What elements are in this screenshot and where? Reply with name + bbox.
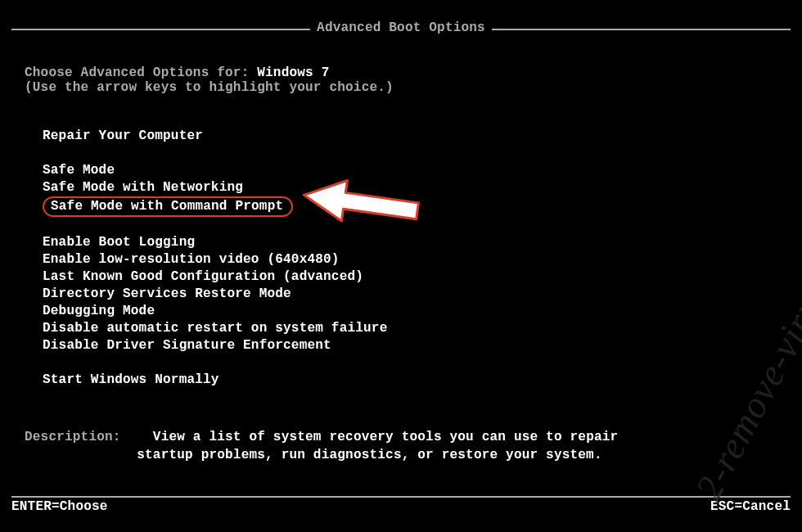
menu-item[interactable]: Safe Mode with Networking (43, 179, 243, 196)
title: Advanced Boot Options (11, 20, 791, 35)
menu-group: Enable Boot LoggingEnable low-resolution… (43, 234, 777, 354)
menu-item[interactable]: Enable low-resolution video (640x480) (43, 251, 340, 268)
menu-item[interactable]: Repair Your Computer (43, 128, 203, 145)
menu-item[interactable]: Start Windows Normally (43, 372, 219, 389)
footer-rule (11, 496, 791, 498)
menu-group: Start Windows Normally (43, 372, 777, 389)
menu-item[interactable]: Debugging Mode (43, 303, 155, 320)
description-pad (121, 430, 153, 444)
menu-item[interactable]: Safe Mode (43, 162, 115, 179)
title-bar: Advanced Boot Options (11, 20, 791, 38)
menu-item-selected[interactable]: Safe Mode with Command Prompt (43, 196, 293, 217)
description-block: Description: View a list of system recov… (25, 428, 777, 464)
choose-prompt-prefix: Choose Advanced Options for: (25, 65, 257, 80)
os-name: Windows 7 (257, 65, 329, 80)
arrow-key-hint: (Use the arrow keys to highlight your ch… (25, 80, 777, 95)
menu-group: Safe ModeSafe Mode with NetworkingSafe M… (43, 162, 777, 217)
menu-group: Repair Your Computer (43, 128, 777, 145)
menu-item[interactable]: Disable Driver Signature Enforcement (43, 337, 331, 354)
content: Choose Advanced Options for: Windows 7 (… (25, 65, 777, 464)
description-line-1: View a list of system recovery tools you… (153, 430, 619, 444)
menu-item[interactable]: Enable Boot Logging (43, 234, 195, 251)
menu-item[interactable]: Last Known Good Configuration (advanced) (43, 268, 363, 286)
description-label: Description: (25, 430, 121, 444)
choose-prompt: Choose Advanced Options for: Windows 7 (25, 65, 777, 80)
boot-menu[interactable]: Repair Your ComputerSafe ModeSafe Mode w… (25, 128, 777, 389)
description-line-2: startup problems, run diagnostics, or re… (137, 448, 602, 462)
description-pad2 (25, 448, 137, 462)
boot-options-screen: Advanced Boot Options Choose Advanced Op… (0, 0, 802, 532)
title-text: Advanced Boot Options (310, 20, 492, 35)
menu-item[interactable]: Directory Services Restore Mode (43, 286, 291, 303)
footer-esc: ESC=Cancel (710, 499, 791, 514)
menu-item[interactable]: Disable automatic restart on system fail… (43, 320, 387, 337)
footer-enter: ENTER=Choose (11, 499, 108, 514)
footer: ENTER=Choose ESC=Cancel (11, 496, 791, 514)
